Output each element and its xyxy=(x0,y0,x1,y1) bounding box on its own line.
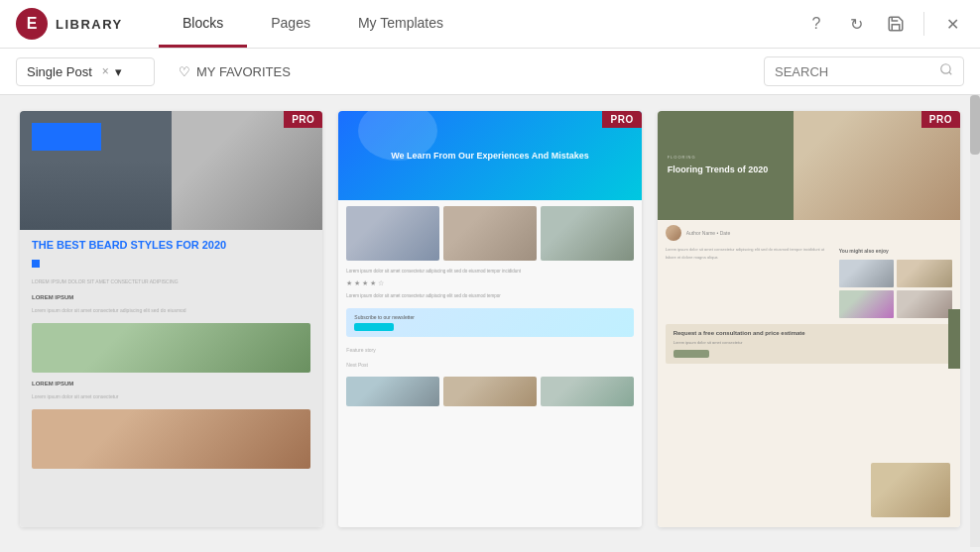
card2-image-row xyxy=(346,206,633,261)
card3-main-col: Lorem ipsum dolor sit amet consectetur a… xyxy=(666,246,835,318)
card2-header-text: We Learn From Our Experiences And Mistak… xyxy=(371,150,609,163)
card3-side-title: You might also enjoy xyxy=(839,246,952,256)
dropdown-value: Single Post xyxy=(27,64,92,79)
card2-preview: We Learn From Our Experiences And Mistak… xyxy=(338,111,641,527)
card2-subscribe: Subscribe to our newsletter xyxy=(346,308,633,337)
card3-small-label: FLOORING xyxy=(668,155,784,160)
star1: ★ xyxy=(346,279,352,287)
card3-avatar xyxy=(666,225,681,241)
card1-label1: LOREM IPSUM xyxy=(20,290,322,302)
card3-img-grid xyxy=(839,260,952,318)
search-icon xyxy=(939,62,953,80)
card2-text2: Lorem ipsum dolor sit amet consectetur a… xyxy=(338,289,641,302)
tab-my-templates[interactable]: My Templates xyxy=(334,0,467,48)
card1-accent xyxy=(32,260,40,268)
pro-badge: PRO xyxy=(921,111,960,128)
card1-preview: The Best Beard Styles For 2020 LOREM IPS… xyxy=(20,111,322,527)
card3-main-text: Lorem ipsum dolor sit amet consectetur a… xyxy=(666,246,835,262)
card3-grid-img3 xyxy=(839,290,895,318)
close-button[interactable]: ✕ xyxy=(936,8,968,40)
header-actions: ? ↻ ✕ xyxy=(789,8,980,40)
scrollbar-track[interactable] xyxy=(970,95,980,547)
card2-header: We Learn From Our Experiences And Mistak… xyxy=(338,111,641,200)
tab-pages[interactable]: Pages xyxy=(247,0,334,48)
refresh-button[interactable]: ↻ xyxy=(840,8,872,40)
pro-badge: PRO xyxy=(284,111,322,128)
star3: ★ xyxy=(362,279,368,287)
search-input[interactable] xyxy=(775,64,933,79)
favorites-label: MY FAVORITES xyxy=(196,64,291,79)
card1-mid-image xyxy=(32,323,310,373)
card1-text1: LOREM IPSUM DOLOR SIT AMET CONSECTETUR A… xyxy=(20,274,322,290)
card2-text1: Lorem ipsum dolor sit amet consectetur a… xyxy=(338,265,641,277)
card3-grid-img4 xyxy=(897,290,952,318)
star2: ★ xyxy=(354,279,360,287)
card3-cols: Lorem ipsum dolor sit amet consectetur a… xyxy=(666,246,952,318)
card2-footer-text2: Next Post xyxy=(338,358,641,373)
card1-bottom-image xyxy=(32,409,310,469)
favorites-button[interactable]: ♡ MY FAVORITES xyxy=(171,58,299,85)
card2-footer-text1: Feature story xyxy=(338,343,641,358)
dropdown-clear[interactable]: × xyxy=(102,64,109,78)
card3-grid-img2 xyxy=(897,260,952,287)
nav-tabs: Blocks Pages My Templates xyxy=(159,0,789,48)
chevron-down-icon: ▾ xyxy=(115,64,122,79)
template-card[interactable]: PRO The Best Beard Styles For 2020 LOREM… xyxy=(20,111,322,527)
card3-side-col: You might also enjoy xyxy=(839,246,952,318)
card2-img3 xyxy=(541,206,634,261)
category-dropdown[interactable]: Single Post × ▾ xyxy=(16,57,155,86)
search-area xyxy=(764,56,964,86)
tab-blocks[interactable]: Blocks xyxy=(159,0,247,48)
save-button[interactable] xyxy=(880,8,912,40)
template-card[interactable]: PRO We Learn From Our Experiences And Mi… xyxy=(338,111,641,527)
card1-blue-block xyxy=(32,123,101,151)
cards-grid: PRO The Best Beard Styles For 2020 LOREM… xyxy=(20,111,960,531)
card1-headline: The Best Beard Styles For 2020 xyxy=(20,230,322,260)
card2-bi2 xyxy=(443,377,537,406)
card2-stars: ★ ★ ★ ★ ☆ xyxy=(338,277,641,289)
heart-icon: ♡ xyxy=(179,64,190,79)
svg-line-1 xyxy=(949,72,952,75)
card2-subscribe-text: Subscribe to our newsletter xyxy=(354,314,625,320)
card1-person xyxy=(172,111,323,230)
card3-cta-button[interactable] xyxy=(674,350,709,358)
header: E LIBRARY Blocks Pages My Templates ? ↻ … xyxy=(0,0,980,49)
logo-area: E LIBRARY xyxy=(0,8,159,40)
card3-profile-text: Author Name • Date xyxy=(686,230,731,236)
card1-top-image xyxy=(20,111,322,230)
card3-top: FLOORING Flooring Trends of 2020 xyxy=(658,111,960,220)
card3-green-accent xyxy=(948,309,960,369)
star4: ★ xyxy=(370,279,376,287)
template-card[interactable]: PRO FLOORING Flooring Trends of 2020 Aut… xyxy=(658,111,960,527)
card3-footer-text: Lorem ipsum dolor sit amet consectetur xyxy=(674,339,944,346)
card3-headline: Flooring Trends of 2020 xyxy=(668,164,784,176)
card3-footer: Request a free consultation and price es… xyxy=(666,324,952,364)
card1-text2: Lorem ipsum dolor sit amet consectetur a… xyxy=(20,302,322,319)
card1-top-right xyxy=(172,111,323,230)
card1-top-left xyxy=(20,111,172,230)
card3-profile: Author Name • Date xyxy=(658,220,960,246)
pro-badge: PRO xyxy=(602,111,641,128)
card3-left: FLOORING Flooring Trends of 2020 xyxy=(658,111,794,220)
card1-text3: Lorem ipsum dolor sit amet consectetur xyxy=(20,388,322,405)
divider xyxy=(923,12,924,36)
svg-point-0 xyxy=(941,64,950,73)
card2-bottom-imgs xyxy=(346,377,633,406)
logo-icon: E xyxy=(16,8,48,40)
scrollbar-thumb[interactable] xyxy=(970,95,980,155)
main-content: PRO The Best Beard Styles For 2020 LOREM… xyxy=(0,95,980,547)
card3-preview: FLOORING Flooring Trends of 2020 Author … xyxy=(658,111,960,527)
card1-label2: LOREM IPSUM xyxy=(20,377,322,388)
logo-text: LIBRARY xyxy=(56,17,123,32)
card2-subscribe-btn[interactable] xyxy=(354,323,394,331)
star5: ☆ xyxy=(378,279,384,287)
card2-img1 xyxy=(346,206,439,261)
card2-bi3 xyxy=(541,377,634,406)
card2-img2 xyxy=(443,206,537,261)
card3-footer-title: Request a free consultation and price es… xyxy=(674,330,944,336)
toolbar: Single Post × ▾ ♡ MY FAVORITES xyxy=(0,49,980,95)
card3-grid-img1 xyxy=(839,260,895,287)
help-button[interactable]: ? xyxy=(800,8,832,40)
card2-bi1 xyxy=(346,377,439,406)
card3-footer-img xyxy=(871,463,950,517)
